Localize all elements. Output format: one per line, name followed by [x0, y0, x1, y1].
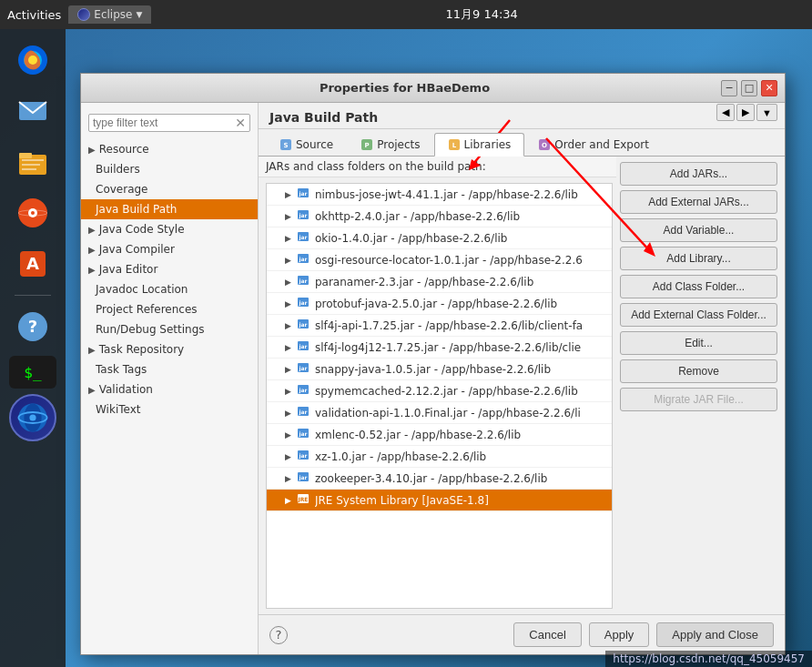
list-item-expand-icon: ▶	[285, 234, 291, 243]
list-item-label: JRE System Library [JavaSE-1.8]	[315, 494, 489, 507]
dock-icon-firefox[interactable]	[9, 36, 56, 84]
svg-text:JRE: JRE	[297, 496, 308, 503]
sidebar-item-task-repository[interactable]: ▶Task Repository	[81, 339, 258, 359]
eclipse-tab[interactable]: Eclipse ▼	[68, 5, 151, 24]
jar-file-icon: jar	[297, 427, 310, 442]
list-item[interactable]: ▶jarxz-1.0.jar - /app/hbase-2.2.6/lib	[267, 446, 612, 468]
sidebar-item-resource[interactable]: ▶Resource	[81, 139, 258, 159]
filter-clear-icon[interactable]: ✕	[235, 116, 246, 129]
sidebar-item-java-editor[interactable]: ▶Java Editor	[81, 259, 258, 279]
nav-forward-button[interactable]: ▶	[736, 104, 755, 121]
nav-back-button[interactable]: ◀	[716, 104, 735, 121]
list-item[interactable]: ▶jarosgi-resource-locator-1.0.1.jar - /a…	[267, 249, 612, 271]
list-item-label: okio-1.4.0.jar - /app/hbase-2.2.6/lib	[315, 232, 508, 245]
action-btn-edit-[interactable]: Edit...	[620, 331, 777, 355]
cancel-button[interactable]: Cancel	[513, 622, 581, 647]
svg-text:jar: jar	[298, 299, 307, 307]
tab-libraries[interactable]: LLibraries	[434, 133, 525, 157]
list-header: JARs and class folders on the build path…	[259, 157, 616, 177]
nav-buttons: ◀ ▶ ▼	[716, 104, 777, 121]
action-btn-add-jars-[interactable]: Add JARs...	[620, 162, 777, 186]
dock-icon-help[interactable]: ?	[9, 303, 56, 350]
list-item-expand-icon: ▶	[285, 256, 291, 265]
jar-file-icon: jar	[297, 470, 310, 486]
dock-icon-files[interactable]	[9, 138, 56, 186]
list-item[interactable]: ▶JREJRE System Library [JavaSE-1.8]	[267, 490, 612, 511]
list-item[interactable]: ▶jarslf4j-api-1.7.25.jar - /app/hbase-2.…	[267, 315, 612, 337]
sidebar-item-javadoc-location[interactable]: Javadoc Location	[81, 279, 258, 299]
dock-icon-software[interactable]: A	[9, 240, 56, 288]
list-item[interactable]: ▶jarnimbus-jose-jwt-4.41.1.jar - /app/hb…	[267, 184, 612, 206]
sidebar-arrow-icon: ▶	[88, 245, 96, 255]
sidebar-item-coverage[interactable]: Coverage	[81, 179, 258, 199]
sidebar-item-java-build-path[interactable]: Java Build Path	[81, 199, 258, 219]
jar-file-icon: jar	[297, 274, 310, 289]
jar-file-icon: jar	[297, 318, 310, 333]
tab-source[interactable]: SSource	[266, 133, 347, 156]
tabs-bar: SSourcePProjectsLLibrariesOOrder and Exp…	[259, 129, 785, 157]
dock: A ? $_	[0, 29, 66, 667]
filter-input[interactable]	[93, 116, 235, 129]
list-item[interactable]: ▶jarparanamer-2.3.jar - /app/hbase-2.2.6…	[267, 271, 612, 293]
action-btn-add-variable-[interactable]: Add Variable...	[620, 218, 777, 242]
sidebar-item-label: Java Build Path	[96, 203, 177, 216]
list-item[interactable]: ▶jarspymemcached-2.12.2.jar - /app/hbase…	[267, 380, 612, 402]
list-item-expand-icon: ▶	[285, 321, 291, 330]
apply-button[interactable]: Apply	[589, 622, 650, 647]
list-item[interactable]: ▶jarprotobuf-java-2.5.0.jar - /app/hbase…	[267, 293, 612, 315]
minimize-button[interactable]: −	[721, 80, 737, 96]
jar-file-icon: jar	[297, 296, 310, 311]
svg-text:jar: jar	[298, 409, 307, 416]
sidebar-item-builders[interactable]: Builders	[81, 159, 258, 179]
list-item[interactable]: ▶jarxmlenc-0.52.jar - /app/hbase-2.2.6/l…	[267, 424, 612, 446]
apply-close-button[interactable]: Apply and Close	[656, 622, 774, 647]
list-item[interactable]: ▶jarslf4j-log4j12-1.7.25.jar - /app/hbas…	[267, 337, 612, 359]
dock-icon-eclipse[interactable]	[9, 394, 56, 441]
sidebar-item-run/debug-settings[interactable]: Run/Debug Settings	[81, 319, 258, 339]
close-button[interactable]: ✕	[761, 80, 777, 96]
action-btn-add-class-folder-[interactable]: Add Class Folder...	[620, 275, 777, 298]
tab-order-and-export[interactable]: OOrder and Export	[524, 133, 663, 156]
tab-projects[interactable]: PProjects	[347, 133, 433, 156]
tab-label: Projects	[377, 138, 420, 151]
svg-text:jar: jar	[298, 190, 307, 197]
list-item-expand-icon: ▶	[285, 409, 291, 418]
sidebar-items-container: ▶ResourceBuildersCoverageJava Build Path…	[81, 139, 258, 419]
section-header: Java Build Path	[259, 103, 785, 129]
svg-text:jar: jar	[298, 212, 307, 219]
dock-icon-music[interactable]	[9, 189, 56, 237]
list-container: JARs and class folders on the build path…	[259, 157, 616, 614]
sidebar-item-project-references[interactable]: Project References	[81, 299, 258, 319]
activities-label[interactable]: Activities	[7, 8, 61, 22]
dock-icon-terminal[interactable]: $_	[9, 354, 56, 390]
action-btn-add-external-class-folder-[interactable]: Add External Class Folder...	[620, 303, 777, 327]
svg-text:L: L	[452, 142, 456, 149]
list-item-label: osgi-resource-locator-1.0.1.jar - /app/h…	[315, 254, 583, 267]
sidebar-item-java-code-style[interactable]: ▶Java Code Style	[81, 219, 258, 239]
sidebar-item-validation[interactable]: ▶Validation	[81, 379, 258, 399]
list-item[interactable]: ▶jarsnappy-java-1.0.5.jar - /app/hbase-2…	[267, 359, 612, 380]
list-item[interactable]: ▶jarzookeeper-3.4.10.jar - /app/hbase-2.…	[267, 468, 612, 490]
action-btn-add-external-jars-[interactable]: Add External JARs...	[620, 190, 777, 214]
svg-rect-6	[22, 159, 44, 161]
sidebar-item-label: WikiText	[96, 403, 141, 416]
sidebar-item-java-compiler[interactable]: ▶Java Compiler	[81, 239, 258, 259]
sidebar-item-task-tags[interactable]: Task Tags	[81, 359, 258, 379]
list-item[interactable]: ▶jarokio-1.4.0.jar - /app/hbase-2.2.6/li…	[267, 227, 612, 249]
filter-box[interactable]: ✕	[88, 114, 250, 132]
sidebar-arrow-icon: ▶	[88, 385, 96, 395]
list-item[interactable]: ▶jarokhttp-2.4.0.jar - /app/hbase-2.2.6/…	[267, 206, 612, 227]
action-btn-add-library-[interactable]: Add Library...	[620, 247, 777, 270]
maximize-button[interactable]: □	[741, 80, 757, 96]
jar-file-icon: jar	[297, 339, 310, 355]
list-item-label: slf4j-api-1.7.25.jar - /app/hbase-2.2.6/…	[315, 319, 583, 332]
list-item-label: slf4j-log4j12-1.7.25.jar - /app/hbase-2.…	[315, 341, 581, 354]
help-button[interactable]: ?	[269, 626, 288, 644]
list-item[interactable]: ▶jarvalidation-api-1.1.0.Final.jar - /ap…	[267, 402, 612, 424]
dock-icon-mail[interactable]	[9, 87, 56, 135]
nav-dropdown-button[interactable]: ▼	[756, 104, 777, 121]
action-btn-remove[interactable]: Remove	[620, 359, 777, 383]
svg-text:jar: jar	[298, 278, 307, 285]
sidebar-item-label: Coverage	[96, 183, 148, 196]
sidebar-item-wikitext[interactable]: WikiText	[81, 399, 258, 419]
